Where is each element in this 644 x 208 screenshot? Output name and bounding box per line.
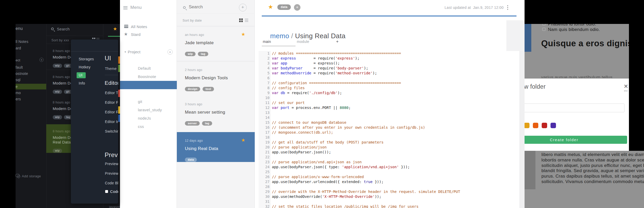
tag-pill[interactable]: tool	[203, 87, 214, 91]
dark-folder-list-2: moers	[16, 90, 21, 102]
folder-item[interactable]: Default	[120, 56, 177, 64]
folder-name-input[interactable]	[525, 103, 625, 112]
dark-menu-label[interactable]: enu	[16, 26, 23, 31]
folder-item[interactable]: mysql	[120, 73, 177, 81]
new-note-button[interactable]: +	[239, 4, 247, 11]
add-folder-icon[interactable]: +	[167, 49, 173, 55]
create-folder-button[interactable]: Create folder	[525, 136, 627, 144]
tag-pill[interactable]: server	[185, 121, 200, 126]
folder-item[interactable]: git	[120, 89, 177, 98]
settings-item: Editor Th	[105, 91, 118, 95]
code-line: 30 app.use(methodOverride('X-HTTP-Method…	[259, 194, 460, 199]
tag-pill[interactable]: tag	[198, 52, 208, 56]
color-swatch[interactable]	[551, 123, 556, 128]
dark-sidebar-item-all-notes[interactable]: ll Notes	[16, 40, 28, 44]
settings-nav-item[interactable]: UI	[79, 72, 97, 80]
note-title: Modern Design Tools	[185, 75, 250, 81]
dark-folder-item[interactable]: fault	[16, 64, 28, 70]
tag-pill[interactable]: data	[185, 158, 197, 162]
line-number: 7	[259, 81, 270, 86]
line-number: 3	[259, 61, 270, 66]
color-swatch[interactable]	[525, 123, 529, 128]
star-icon: ★	[124, 31, 128, 37]
tag-pill[interactable]: tag	[202, 121, 212, 126]
code-text: // connect to our mongoDB database	[272, 120, 346, 125]
color-swatch[interactable]	[533, 123, 538, 128]
code-line: 28	[259, 184, 460, 189]
snippet-tab[interactable]: main	[263, 40, 297, 44]
note-item[interactable]: 2 hours ago ★ Modern Design Tools design…	[177, 61, 255, 96]
dark-sort-button[interactable]: Sort by xxx	[51, 38, 69, 42]
code-line: 13	[259, 110, 460, 115]
list-view-icon[interactable]	[96, 38, 99, 38]
line-number: 21	[259, 150, 270, 155]
note-item[interactable]: an hours ago ★ Jade template wiptag	[177, 26, 255, 61]
star-icon[interactable]: ★	[241, 137, 245, 143]
grid-view-icon[interactable]	[239, 18, 241, 20]
folder-item[interactable]: css	[120, 114, 177, 122]
notes-list: an hours ago ★ Jade template wiptag 2 ho…	[177, 26, 255, 162]
menu-icon[interactable]	[123, 6, 128, 7]
tag-pill[interactable]: wip	[53, 149, 62, 153]
tag-pill[interactable]: design	[185, 87, 200, 91]
note-tag-badge[interactable]: data	[277, 4, 291, 10]
settings-nav-item[interactable]: Info	[79, 80, 97, 88]
dark-folder-item[interactable]: sql	[16, 77, 28, 83]
dark-add-folder-icon[interactable]: +	[39, 58, 44, 62]
star-icon[interactable]: ★	[113, 26, 117, 32]
tag-pill[interactable]: wip	[53, 115, 62, 119]
code-text: // override with the X-HTTP-Method-Overr…	[272, 189, 460, 194]
chevron-down-icon[interactable]: ▼	[124, 51, 126, 53]
code-line: 23 // parse application/vnd.api+json as …	[259, 160, 460, 165]
more-options-icon[interactable]	[507, 5, 508, 6]
dark-folder-item[interactable]: mo	[16, 90, 21, 96]
app-sidebar: Menu All Notes ★ Stard ▼ Project + Defau…	[120, 0, 177, 208]
settings-nav-item[interactable]: Storages	[79, 56, 97, 64]
code-checkbox[interactable]	[105, 190, 108, 193]
search-input[interactable]	[189, 4, 236, 10]
list-view-icon[interactable]	[245, 19, 248, 19]
close-icon[interactable]: ✕	[624, 83, 628, 89]
paragraph-line: libero mattis metus, id elementum velit …	[541, 152, 644, 158]
sidebar-item-starred[interactable]: Stard	[131, 32, 140, 37]
breadcrumb-folder[interactable]: memo	[270, 32, 289, 40]
settings-nav-item[interactable]: Hotkey	[79, 64, 97, 72]
folder-item[interactable]: laravel_study	[120, 98, 177, 106]
project-label[interactable]: Project	[128, 50, 140, 54]
settings-item: Editor Ind	[105, 120, 118, 124]
snippet-tab[interactable]: module	[297, 40, 309, 44]
color-swatch[interactable]	[542, 123, 547, 128]
star-toggle-icon[interactable]: ★	[268, 4, 273, 10]
tag-pill[interactable]: wip	[53, 64, 62, 68]
add-tag-button[interactable]: +	[294, 4, 300, 11]
star-icon[interactable]: ★	[241, 31, 245, 37]
note-item[interactable]: 12 days ago ★ Using Real Data data	[177, 132, 255, 162]
note-item[interactable]: 3 hours ago ★ Mean server setting server…	[177, 96, 255, 132]
breadcrumb: memo / Using Real Data	[262, 24, 345, 48]
menu-label[interactable]: Menu	[130, 5, 142, 10]
line-number: 26	[259, 174, 270, 179]
grid-view-icon[interactable]	[92, 38, 93, 39]
tag-pill[interactable]: wip	[53, 90, 62, 94]
settings-item: Code Blo	[105, 181, 118, 185]
dark-add-storage[interactable]: Add storage	[22, 174, 41, 178]
sidebar-item-all-notes[interactable]: All Notes	[131, 24, 147, 29]
folder-item[interactable]: Boostnote	[120, 64, 177, 73]
folder-item[interactable]: nodeJs	[120, 106, 177, 114]
folder-item[interactable]: memo	[120, 81, 177, 89]
new-folder-modal: New folder ✕ esc Create folder	[525, 78, 629, 151]
dark-folder-item[interactable]: ostnote	[16, 70, 28, 77]
sort-button[interactable]: Sort by date	[183, 18, 202, 22]
dark-folder-item[interactable]: ers	[16, 96, 21, 102]
dark-sidebar-item-starred[interactable]: ard	[16, 46, 21, 50]
new-snippet-tab-button[interactable]: +	[336, 39, 339, 44]
tag-pill[interactable]: wip	[185, 52, 196, 56]
notes-list-panel: + Sort by date an hours ago ★ Jade templ…	[177, 0, 255, 208]
dark-search-input[interactable]: Search	[57, 27, 70, 31]
scrollbar-track[interactable]	[519, 51, 525, 208]
line-number: 23	[259, 160, 270, 165]
line-number: 12	[259, 105, 270, 110]
preview-paragraph: libero mattis metus, id elementum velit …	[541, 152, 644, 185]
code-line: 2 var express = require('express');	[259, 56, 460, 61]
code-editor[interactable]: 1 // modules ===========================…	[259, 51, 460, 208]
